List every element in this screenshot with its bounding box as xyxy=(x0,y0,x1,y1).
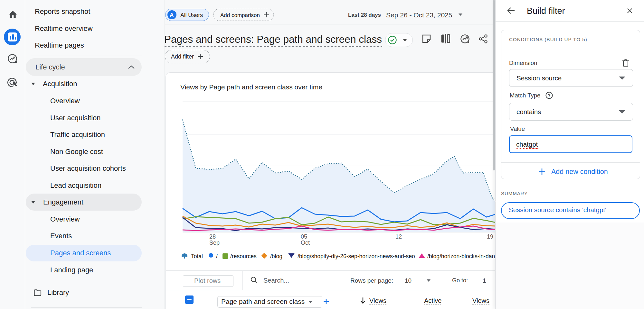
svg-text:?: ? xyxy=(548,93,551,98)
